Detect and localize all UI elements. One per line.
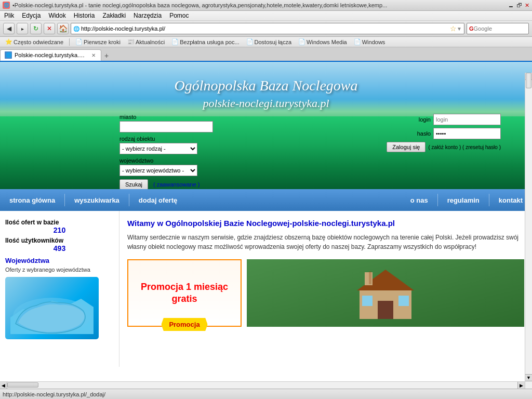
maximize-btn[interactable]: 🗗 [516,2,522,8]
site-title-area: Ogólnopolska Baza Noclegowa polskie-nocl… [0,77,532,110]
miasto-input[interactable] [119,121,213,132]
wojewodztwo-row: województwo - wybierz województwo - [119,157,213,176]
tab-label: Polskie-noclegi.turystyka.pl - tanie n..… [15,52,87,58]
address-bar[interactable]: 🌐 ☆ ▼ [71,23,464,34]
new-tab-button[interactable]: + [101,50,112,61]
search-button[interactable]: Szukaj [119,179,148,189]
password-input[interactable] [433,128,501,139]
promo-left-box: Promocja 1 miesiąc gratis Promocja [127,259,242,327]
search-action-row: Szukaj ( zaawansowane ) [119,179,213,189]
bookmark-windows[interactable]: 📄 Windows [352,38,388,46]
offers-label: Ilość ofert w bazie [5,219,114,226]
provinces-text: Oferty z wybranego województwa [5,267,114,273]
menu-narzedzia[interactable]: Narzędzia [134,12,162,19]
browser-favicon: 🌐 [3,2,10,9]
page-content: Ogólnopolska Baza Noclegowa polskie-nocl… [0,62,532,367]
page-icon-6: 📄 [354,38,361,45]
nav-wyszukiwarka[interactable]: wyszukiwarka [65,189,129,211]
advanced-link[interactable]: ( zaawansowane ) [153,181,200,188]
rodzaj-row: rodzaj obiektu - wybierz rodzaj - [119,136,213,154]
promo-area: Promocja 1 miesiąc gratis Promocja [127,259,524,327]
zaloz-konto-link[interactable]: ( załóż konto ) ( zresetuj hasło ) [428,144,501,150]
promo-badge: Promocja [161,318,207,331]
menu-zakladki[interactable]: Zakładki [102,12,126,19]
poland-map[interactable] [5,277,99,339]
bookmark-windows-media[interactable]: 📄 Windows Media [296,38,349,46]
miasto-label: miasto [119,114,213,120]
wojewodztwo-select[interactable]: - wybierz województwo - [119,165,197,176]
search-form: miasto rodzaj obiektu - wybierz rodzaj -… [119,114,213,189]
home-button[interactable]: 🏠 [57,23,69,34]
haslo-label: hasło [417,130,431,137]
users-count: 493 [5,244,114,252]
search-input[interactable] [474,25,532,32]
bookmark-dostosuj[interactable]: 📄 Dostosuj łącza [244,38,294,46]
page-icon-2: 📰 [127,38,135,45]
login-input-row: login [387,114,501,125]
nav-o-nas[interactable]: o nas [401,189,437,211]
promo-right-image [247,259,524,327]
login-button[interactable]: Zaloguj się [387,142,425,152]
login-form: login hasło Zaloguj się ( załóż konto ) … [387,114,501,155]
address-bar-icon: 🌐 [73,26,79,32]
rodzaj-select[interactable]: - wybierz rodzaj - [119,143,197,154]
content-title: Witamy w Ogólnopolskiej Bazie Noclegowej… [127,219,524,228]
login-label: login [419,116,431,123]
search-bar[interactable]: G 🔍 [467,23,529,34]
menu-plik[interactable]: Plik [4,12,14,19]
miasto-row: miasto [119,114,213,132]
menu-widok[interactable]: Widok [48,12,65,19]
content-area: Witamy w Ogólnopolskiej Bazie Noclegowej… [119,211,532,367]
main-content: Ilość ofert w bazie 210 Ilość użytkownik… [0,211,532,367]
forward-button[interactable]: ▸ [17,23,28,34]
bookmark-pierwsze[interactable]: 📄 Pierwsze kroki [73,38,123,46]
house-image [247,259,524,327]
back-button[interactable]: ◀ [3,23,15,34]
bookmark-czesto[interactable]: ⭐ Często odwiedzane [3,38,65,46]
stop-button[interactable]: ✕ [44,23,55,34]
search-form-left: miasto rodzaj obiektu - wybierz rodzaj -… [119,114,213,189]
bookmarks-bar: ⭐ Często odwiedzane 📄 Pierwsze kroki 📰 A… [0,37,532,47]
house-svg [354,267,417,319]
nav-regulamin[interactable]: regulamin [438,189,489,211]
menu-pomoc[interactable]: Pomoc [169,12,189,19]
rodzaj-label: rodzaj obiektu [119,136,213,142]
page-icon-5: 📄 [298,38,305,45]
password-input-row: hasło [387,128,501,139]
login-input[interactable] [433,114,501,125]
refresh-button[interactable]: ↻ [30,23,42,34]
vertical-scrollbar[interactable]: ▲ ▼ [525,73,532,367]
provinces-title: Województwa [5,257,114,264]
login-action-row: Zaloguj się ( załóż konto ) ( zresetuj h… [387,142,501,152]
map-svg [5,277,99,339]
site-title-main: Ogólnopolska Baza Noclegowa [0,77,532,94]
bookmark-bezplatna[interactable]: 📄 Bezpłatna usługa poc... [169,38,241,46]
nav-strona-glowna[interactable]: strona główna [0,189,64,211]
google-logo: G [469,25,474,32]
menu-bar: Plik Edycja Widok Historia Zakładki Narz… [0,11,532,21]
close-btn[interactable]: ✕ [525,2,529,9]
menu-historia[interactable]: Historia [74,12,95,19]
tab-close-icon[interactable]: ✕ [91,52,96,58]
page-icon-3: 📄 [171,38,179,45]
bookmark-separator-1 [69,38,70,46]
users-label: Ilość użytkowników [5,237,114,244]
minimize-btn[interactable]: 🗕 [508,2,514,8]
address-input[interactable] [81,25,448,32]
page-icon-4: 📄 [246,38,254,45]
wojewodztwo-label: województwo [119,157,213,164]
dropdown-arrow[interactable]: ▼ [457,26,462,32]
sidebar: Ilość ofert w bazie 210 Ilość użytkownik… [0,211,119,367]
bookmark-star[interactable]: ☆ [450,24,457,33]
page-icon-1: 📄 [75,38,83,45]
browser-titlebar: 🌐 •Polskie-noclegi.turystyka.pl - tanie … [0,0,532,11]
svg-rect-12 [378,301,393,319]
bookmark-aktualnosci[interactable]: 📰 Aktualności [125,38,167,46]
promo-text: Promocja 1 miesiąc gratis [128,281,241,305]
nav-dodaj-oferte[interactable]: dodaj ofertę [129,189,187,211]
svg-rect-16 [369,271,371,284]
svg-rect-14 [398,296,409,306]
menu-edycja[interactable]: Edycja [22,12,41,19]
tab-polskie-noclegi[interactable]: 🌐 Polskie-noclegi.turystyka.pl - tanie n… [0,49,101,61]
star-icon: ⭐ [5,38,12,45]
